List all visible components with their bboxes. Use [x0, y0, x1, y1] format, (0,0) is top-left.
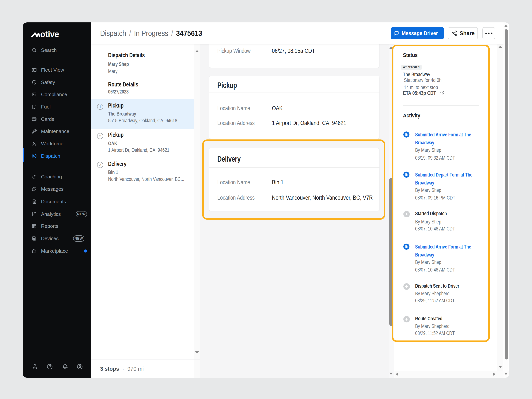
- svg-text:otive: otive: [40, 29, 59, 39]
